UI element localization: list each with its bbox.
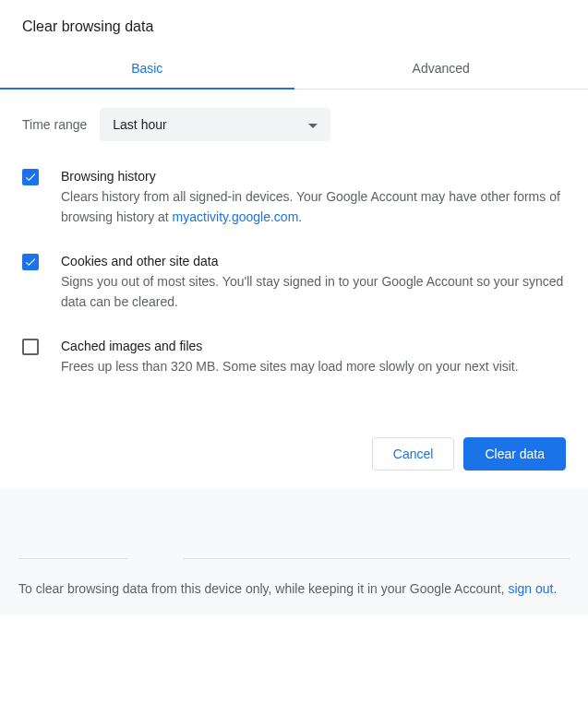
option-browsing-history: Browsing history Clears history from all…	[22, 167, 566, 228]
option-cached: Cached images and files Frees up less th…	[22, 337, 566, 376]
tab-basic[interactable]: Basic	[0, 48, 294, 89]
clear-data-button[interactable]: Clear data	[463, 437, 566, 471]
cancel-button[interactable]: Cancel	[372, 437, 455, 471]
option-description: Signs you out of most sites. You'll stay…	[61, 271, 566, 313]
time-range-select[interactable]: Last hour	[100, 108, 330, 141]
checkmark-icon	[24, 171, 37, 184]
checkmark-icon	[24, 256, 37, 268]
footer: To clear browsing data from this device …	[0, 489, 588, 615]
checkbox-cookies[interactable]	[22, 254, 39, 270]
option-title: Browsing history	[61, 167, 566, 186]
option-desc-prefix: Signs you out of most sites. You'll stay…	[61, 274, 563, 309]
button-row: Cancel Clear data	[0, 400, 588, 489]
chevron-down-icon	[308, 117, 318, 132]
myactivity-link[interactable]: myactivity.google.com	[173, 209, 299, 224]
dialog-title: Clear browsing data	[0, 0, 588, 48]
option-description: Frees up less than 320 MB. Some sites ma…	[61, 356, 566, 376]
footer-text: To clear browsing data from this device …	[18, 578, 570, 599]
time-range-row: Time range Last hour	[22, 108, 566, 141]
time-range-selected-value: Last hour	[113, 117, 166, 132]
footer-text-suffix: .	[554, 581, 558, 596]
option-text: Cookies and other site data Signs you ou…	[61, 252, 566, 313]
tab-bar: Basic Advanced	[0, 48, 588, 89]
checkbox-cached[interactable]	[22, 339, 39, 355]
tab-advanced[interactable]: Advanced	[294, 48, 589, 89]
option-text: Browsing history Clears history from all…	[61, 167, 566, 228]
option-title: Cached images and files	[61, 337, 566, 356]
dialog-content: Time range Last hour Browsing history Cl…	[0, 89, 588, 376]
footer-text-prefix: To clear browsing data from this device …	[18, 581, 508, 596]
option-title: Cookies and other site data	[61, 252, 566, 271]
option-desc-prefix: Frees up less than 320 MB. Some sites ma…	[61, 359, 519, 374]
option-text: Cached images and files Frees up less th…	[61, 337, 566, 376]
option-description: Clears history from all signed-in device…	[61, 186, 566, 228]
clear-browsing-data-dialog: Clear browsing data Basic Advanced Time …	[0, 0, 588, 615]
sign-out-link[interactable]: sign out	[508, 581, 553, 596]
option-cookies: Cookies and other site data Signs you ou…	[22, 252, 566, 313]
option-desc-suffix: .	[298, 209, 302, 224]
time-range-label: Time range	[22, 117, 87, 132]
footer-divider	[18, 558, 570, 559]
checkbox-browsing-history[interactable]	[22, 169, 39, 185]
option-desc-prefix: Clears history from all signed-in device…	[61, 189, 560, 224]
